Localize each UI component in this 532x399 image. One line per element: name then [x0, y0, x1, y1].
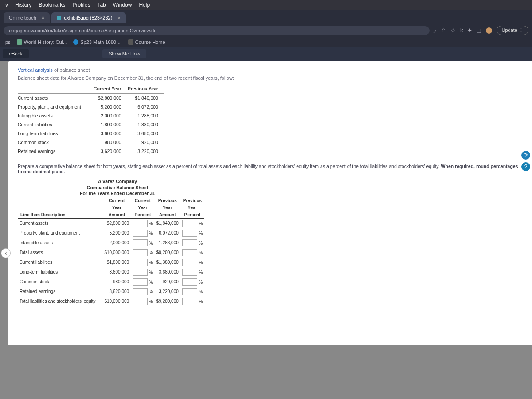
py-percent-input[interactable]	[182, 278, 197, 286]
py-percent-input[interactable]	[182, 239, 197, 246]
window-icon[interactable]: ◻	[477, 27, 481, 34]
cy-amount: $2,800,000	[102, 218, 131, 228]
prev-page-button[interactable]: ‹	[1, 248, 11, 258]
table-row: Retained earnings3,620,0003,220,000	[18, 147, 164, 156]
py-percent-input[interactable]	[182, 269, 197, 276]
row-label: Current liabilities	[18, 258, 102, 267]
comparative-sheet-table: Line Item Description Current Current Pr…	[18, 197, 204, 306]
table-row: Property, plant, and equipment5,200,000 …	[18, 228, 204, 238]
cy-percent-input[interactable]	[133, 249, 148, 256]
table-row: Intangible assets2,000,0001,288,000	[18, 111, 164, 120]
help-icon[interactable]: ?	[521, 162, 530, 171]
close-icon[interactable]: ×	[117, 15, 120, 20]
update-button[interactable]: Update ⋮	[497, 26, 528, 35]
menu-item[interactable]: Window	[113, 2, 132, 8]
instruction-text: Prepare a comparative balance sheet for …	[18, 164, 522, 174]
cy-amount: 3,600,000	[102, 267, 131, 277]
py-amount: $9,200,000	[155, 297, 180, 306]
favicon-icon	[57, 16, 61, 20]
new-tab-button[interactable]: +	[128, 12, 138, 23]
share-icon[interactable]: ⇧	[441, 27, 446, 34]
row-label: Intangible assets	[18, 238, 102, 248]
py-percent-input[interactable]	[182, 259, 197, 266]
cy-percent-input[interactable]	[133, 298, 148, 305]
cy-percent-input[interactable]	[133, 278, 148, 286]
col-header	[18, 84, 94, 94]
worksheet-title: Alvarez Company Comparative Balance Shee…	[18, 179, 217, 197]
question-title: Vertical analysis of balance sheet	[18, 67, 522, 73]
menu-item[interactable]: v	[5, 2, 8, 8]
menu-item[interactable]: Bookmarks	[39, 2, 65, 8]
cy-percent-input[interactable]	[133, 230, 148, 237]
bookmark-item[interactable]: World History: Cul...	[17, 39, 67, 45]
bookmark-item[interactable]: Course Home	[128, 39, 165, 45]
row-label: Common stock	[18, 277, 102, 287]
search-icon[interactable]: ⌕	[433, 27, 437, 34]
assignment-content: Vertical analysis of balance sheet Balan…	[8, 61, 532, 345]
toolbar-icons: ⌕ ⇧ ☆ k ✦ ◻ Update ⋮	[433, 26, 528, 35]
table-row: Total assets$10,000,000 %$9,200,000 %	[18, 248, 204, 258]
favicon-icon	[73, 39, 78, 45]
py-amount: 920,000	[155, 277, 180, 287]
mac-menu-bar: v History Bookmarks Profiles Tab Window …	[0, 0, 532, 10]
table-row: Total liabilities and stockholders' equi…	[18, 297, 204, 306]
chat-icon[interactable]: ⟳	[521, 151, 530, 160]
url-input[interactable]: engagenow.com/ilrn/takeAssignment/course…	[4, 26, 430, 35]
row-label: Long-term liabilities	[18, 267, 102, 277]
menu-item[interactable]: History	[15, 2, 31, 8]
cy-percent-input[interactable]	[133, 239, 148, 246]
table-row: Current liabilities1,800,0001,380,000	[18, 120, 164, 129]
tab-label: exhibit5.jpg (823×262)	[64, 15, 112, 20]
glossary-term[interactable]: Vertical analysis	[18, 67, 53, 73]
extension-icon[interactable]: ✦	[467, 27, 472, 34]
close-icon[interactable]: ×	[42, 15, 44, 20]
py-percent-input[interactable]	[182, 288, 197, 295]
col-header: Line Item Description	[18, 197, 102, 218]
bookmark-item[interactable]: ps	[5, 39, 11, 45]
table-row: Common stock980,000920,000	[18, 138, 164, 147]
bookmarks-bar: ps World History: Cul... Sp23 Math 1080-…	[0, 38, 532, 47]
py-amount: 3,680,000	[155, 267, 180, 277]
cy-percent-input[interactable]	[133, 288, 148, 295]
py-percent-input[interactable]	[182, 230, 197, 237]
py-amount: 3,220,000	[155, 287, 180, 297]
table-row: Current assets$2,800,000 %$1,840,000 %	[18, 218, 204, 228]
browser-tab[interactable]: Online teach ×	[4, 12, 50, 23]
key-icon[interactable]: k	[460, 27, 463, 34]
py-percent-input[interactable]	[182, 298, 197, 305]
row-label: Total assets	[18, 248, 102, 258]
menu-item[interactable]: Tab	[97, 2, 106, 8]
row-label: Current assets	[18, 218, 102, 228]
py-amount: $1,380,000	[155, 258, 180, 267]
row-label: Retained earnings	[18, 287, 102, 297]
py-amount: 1,288,000	[155, 238, 180, 248]
favicon-icon	[17, 39, 22, 45]
py-amount: $1,840,000	[155, 218, 180, 228]
py-percent-input[interactable]	[182, 220, 197, 227]
py-amount: $9,200,000	[155, 248, 180, 258]
url-bar: engagenow.com/ilrn/takeAssignment/course…	[0, 23, 532, 38]
cy-amount: 5,200,000	[102, 228, 131, 238]
cy-percent-input[interactable]	[133, 220, 148, 227]
app-toolbar: eBook Show Me How	[0, 47, 532, 61]
col-header: Current Year	[94, 84, 128, 94]
py-percent-input[interactable]	[182, 249, 197, 256]
cy-percent-input[interactable]	[133, 259, 148, 266]
row-label: Property, plant, and equipment	[18, 228, 102, 238]
favicon-icon	[128, 39, 133, 45]
table-row: Long-term liabilities3,600,000 %3,680,00…	[18, 267, 204, 277]
cy-amount: $10,000,000	[102, 297, 131, 306]
show-me-how-button[interactable]: Show Me How	[102, 49, 146, 58]
menu-item[interactable]: Help	[139, 2, 150, 8]
profile-icon[interactable]	[486, 27, 492, 34]
cy-amount: $10,000,000	[102, 248, 131, 258]
question-subtitle: Balance sheet data for Alvarez Company o…	[18, 75, 522, 81]
star-icon[interactable]: ☆	[450, 27, 456, 34]
ebook-button[interactable]: eBook	[3, 49, 29, 58]
browser-tab[interactable]: exhibit5.jpg (823×262) ×	[51, 12, 126, 23]
cy-amount: $1,800,000	[102, 258, 131, 267]
bookmark-item[interactable]: Sp23 Math 1080-...	[73, 39, 122, 45]
menu-item[interactable]: Profiles	[72, 2, 90, 8]
table-row: Common stock980,000 %920,000 %	[18, 277, 204, 287]
cy-percent-input[interactable]	[133, 269, 148, 276]
